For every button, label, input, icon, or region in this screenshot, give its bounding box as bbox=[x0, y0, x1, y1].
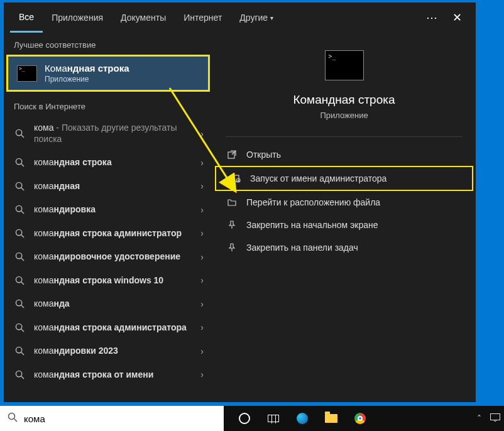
svg-point-18 bbox=[16, 347, 21, 353]
open-icon bbox=[226, 150, 238, 160]
web-result-item[interactable]: кома - Показать другие результаты поиска… bbox=[4, 116, 212, 151]
web-result-text: командная bbox=[34, 181, 192, 192]
action-pin-task[interactable]: Закрепить на панели задач bbox=[212, 236, 476, 259]
best-match-subtitle: Приложение bbox=[45, 75, 129, 84]
preview-app-icon bbox=[325, 50, 364, 80]
chevron-right-icon[interactable]: › bbox=[200, 228, 204, 238]
tab-apps[interactable]: Приложения bbox=[43, 3, 112, 33]
tab-more[interactable]: Другие▾ bbox=[231, 3, 282, 33]
chevron-right-icon[interactable]: › bbox=[200, 158, 204, 168]
search-icon bbox=[14, 323, 25, 332]
preview-actions: ОткрытьЗапуск от имени администратораПер… bbox=[212, 137, 476, 259]
web-result-text: командная строка windows 10 bbox=[34, 275, 192, 286]
svg-line-19 bbox=[21, 352, 23, 355]
search-icon bbox=[14, 129, 25, 138]
taskbar-search-box[interactable] bbox=[0, 406, 224, 431]
task-view-icon[interactable] bbox=[266, 412, 280, 425]
svg-point-4 bbox=[16, 182, 21, 188]
chevron-right-icon[interactable]: › bbox=[200, 252, 204, 262]
system-tray[interactable]: ˄ bbox=[477, 406, 500, 431]
action-admin[interactable]: Запуск от имени администратора bbox=[215, 166, 473, 191]
close-button[interactable]: ✕ bbox=[444, 5, 469, 30]
caret-down-icon: ▾ bbox=[270, 14, 273, 21]
svg-line-27 bbox=[14, 419, 18, 422]
web-result-item[interactable]: командная строка от имени› bbox=[4, 363, 212, 387]
svg-line-17 bbox=[21, 329, 23, 332]
preview-column: Командная строка Приложение ОткрытьЗапус… bbox=[212, 33, 476, 402]
results-column: Лучшее соответствие Командная строка При… bbox=[4, 33, 212, 402]
svg-point-0 bbox=[16, 129, 21, 135]
search-icon bbox=[14, 299, 25, 308]
action-label: Открыть bbox=[246, 150, 281, 160]
svg-line-13 bbox=[21, 282, 23, 285]
web-result-item[interactable]: командировочное удостоверение› bbox=[4, 245, 212, 269]
web-result-text: командировочное удостоверение bbox=[34, 251, 192, 263]
svg-line-15 bbox=[21, 305, 23, 308]
web-result-text: командная строка администратора bbox=[34, 322, 192, 334]
more-options-button[interactable]: ⋯ bbox=[419, 5, 444, 30]
search-icon bbox=[14, 158, 25, 167]
tab-web[interactable]: Интернет bbox=[175, 3, 231, 33]
pin-start-icon bbox=[226, 220, 238, 230]
svg-point-26 bbox=[9, 413, 15, 420]
chevron-right-icon[interactable]: › bbox=[200, 346, 204, 356]
edge-icon[interactable] bbox=[295, 412, 309, 425]
web-results-list: кома - Показать другие результаты поиска… bbox=[4, 116, 212, 386]
tab-all[interactable]: Все bbox=[10, 3, 43, 33]
taskbar: ˄ bbox=[0, 406, 504, 431]
action-center-icon[interactable] bbox=[490, 413, 500, 424]
action-label: Запуск от имени администратора bbox=[250, 173, 386, 183]
svg-point-6 bbox=[16, 206, 21, 212]
chrome-icon[interactable] bbox=[353, 412, 367, 425]
web-result-item[interactable]: командная строка› bbox=[4, 151, 212, 175]
web-result-item[interactable]: командировка› bbox=[4, 198, 212, 222]
svg-point-20 bbox=[16, 371, 21, 376]
chevron-right-icon[interactable]: › bbox=[200, 275, 204, 285]
chevron-right-icon[interactable]: › bbox=[200, 205, 204, 215]
web-result-item[interactable]: командная› bbox=[4, 175, 212, 199]
preview-subtitle: Приложение bbox=[320, 111, 368, 120]
web-result-text: командная строка администратор bbox=[34, 228, 192, 239]
chevron-right-icon[interactable]: › bbox=[200, 299, 204, 309]
action-location[interactable]: Перейти к расположению файла bbox=[212, 191, 476, 214]
action-label: Перейти к расположению файла bbox=[246, 197, 380, 207]
best-match-title: Командная строка bbox=[45, 63, 129, 74]
location-icon bbox=[226, 197, 238, 207]
action-pin-start[interactable]: Закрепить на начальном экране bbox=[212, 214, 476, 236]
svg-point-2 bbox=[16, 159, 21, 165]
pin-task-icon bbox=[226, 243, 238, 253]
web-result-text: кома - Показать другие результаты поиска bbox=[34, 123, 192, 145]
svg-point-10 bbox=[16, 253, 21, 259]
section-web-label: Поиск в Интернете bbox=[4, 94, 212, 116]
web-result-item[interactable]: командная строка администратор› bbox=[4, 222, 212, 246]
chevron-right-icon[interactable]: › bbox=[200, 181, 204, 191]
best-match-result[interactable]: Командная строка Приложение bbox=[6, 55, 210, 92]
action-open[interactable]: Открыть bbox=[212, 143, 476, 166]
chevron-right-icon[interactable]: › bbox=[200, 369, 204, 379]
action-label: Закрепить на начальном экране bbox=[246, 220, 378, 230]
web-result-item[interactable]: командная строка windows 10› bbox=[4, 269, 212, 293]
search-icon bbox=[14, 205, 25, 214]
cortana-icon[interactable] bbox=[238, 412, 251, 425]
preview-title: Командная строка bbox=[293, 93, 395, 107]
web-result-item[interactable]: команда› bbox=[4, 292, 212, 316]
web-result-text: командная строка от имени bbox=[34, 369, 192, 381]
cmd-icon bbox=[17, 65, 37, 82]
chevron-right-icon[interactable]: › bbox=[200, 322, 204, 332]
action-label: Закрепить на панели задач bbox=[246, 243, 358, 253]
start-search-panel: Все Приложения Документы Интернет Другие… bbox=[4, 3, 476, 402]
svg-line-7 bbox=[21, 211, 23, 214]
svg-line-3 bbox=[21, 164, 23, 166]
web-result-text: командировки 2023 bbox=[34, 346, 192, 357]
search-input[interactable] bbox=[24, 413, 216, 424]
web-result-text: командная строка bbox=[34, 157, 192, 168]
web-result-item[interactable]: командировки 2023› bbox=[4, 339, 212, 363]
tab-documents[interactable]: Документы bbox=[112, 3, 175, 33]
chevron-right-icon[interactable]: › bbox=[200, 129, 204, 139]
tray-chevron-icon[interactable]: ˄ bbox=[477, 413, 481, 423]
search-icon bbox=[14, 229, 25, 238]
svg-line-21 bbox=[21, 376, 23, 379]
web-result-item[interactable]: командная строка администратора› bbox=[4, 316, 212, 340]
web-result-text: команда bbox=[34, 298, 192, 310]
file-explorer-icon[interactable] bbox=[324, 412, 338, 425]
